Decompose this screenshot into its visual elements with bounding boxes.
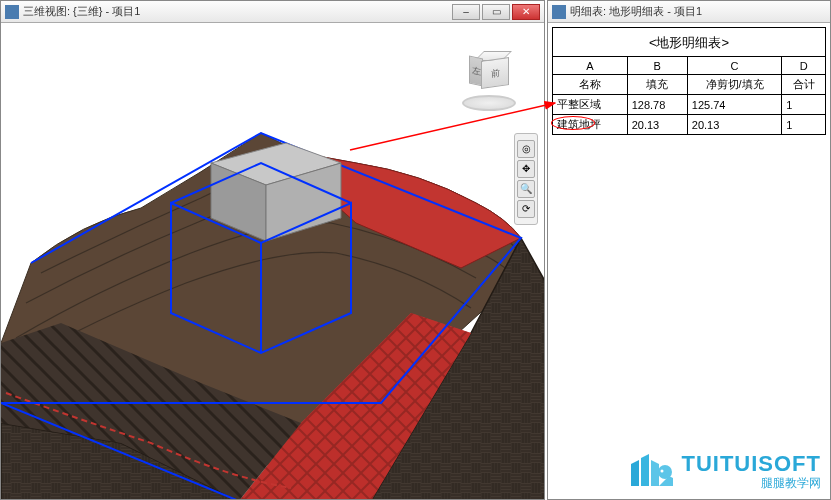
svg-point-8 (661, 470, 664, 473)
watermark-brand: TUITUISOFT (681, 451, 821, 477)
cell-name-highlighted: 建筑地坪 (553, 115, 628, 135)
cell-fill: 20.13 (627, 115, 687, 135)
schedule-table: A B C D 名称 填充 净剪切/填充 合计 平整区域 128.78 125.… (552, 56, 826, 135)
col-d: D (782, 57, 826, 75)
col-b: B (627, 57, 687, 75)
cell-name-text: 建筑地坪 (557, 118, 601, 130)
viewcube-front[interactable]: 前 (481, 57, 509, 89)
close-button[interactable]: ✕ (512, 4, 540, 20)
viewcube-compass[interactable] (462, 95, 516, 111)
table-row[interactable]: 建筑地坪 20.13 20.13 1 (553, 115, 826, 135)
app-icon (552, 5, 566, 19)
header-total: 合计 (782, 75, 826, 95)
cell-fill: 128.78 (627, 95, 687, 115)
3d-view-panel: 三维视图: {三维} - 项目1 – ▭ ✕ (0, 0, 545, 500)
cell-name: 平整区域 (553, 95, 628, 115)
table-row[interactable]: 平整区域 128.78 125.74 1 (553, 95, 826, 115)
pan-button[interactable]: ✥ (517, 160, 535, 178)
navigation-bar: ◎ ✥ 🔍 ⟳ (514, 133, 538, 225)
watermark: TUITUISOFT 腿腿教学网 (625, 450, 821, 492)
schedule-title: <地形明细表> (552, 27, 826, 56)
3d-viewport[interactable]: 左 前 ◎ ✥ 🔍 ⟳ (1, 23, 544, 499)
cell-total: 1 (782, 95, 826, 115)
3d-view-title: 三维视图: {三维} - 项目1 (23, 4, 140, 19)
watermark-logo-icon (625, 450, 675, 492)
viewcube[interactable]: 左 前 (454, 43, 524, 113)
col-c: C (687, 57, 782, 75)
cell-total: 1 (782, 115, 826, 135)
cell-netcut: 20.13 (687, 115, 782, 135)
schedule-panel: 明细表: 地形明细表 - 项目1 <地形明细表> A B C D 名称 填充 净… (547, 0, 831, 500)
header-name: 名称 (553, 75, 628, 95)
steering-wheel-button[interactable]: ◎ (517, 140, 535, 158)
maximize-button[interactable]: ▭ (482, 4, 510, 20)
header-netcut: 净剪切/填充 (687, 75, 782, 95)
cell-netcut: 125.74 (687, 95, 782, 115)
watermark-sub: 腿腿教学网 (681, 475, 821, 492)
app-icon (5, 5, 19, 19)
3d-view-titlebar: 三维视图: {三维} - 项目1 – ▭ ✕ (1, 1, 544, 23)
col-a: A (553, 57, 628, 75)
schedule-window-title: 明细表: 地形明细表 - 项目1 (570, 4, 702, 19)
zoom-button[interactable]: 🔍 (517, 180, 535, 198)
minimize-button[interactable]: – (452, 4, 480, 20)
schedule-table-wrap: <地形明细表> A B C D 名称 填充 净剪切/填充 合计 平整区域 128… (548, 23, 830, 139)
schedule-titlebar: 明细表: 地形明细表 - 项目1 (548, 1, 830, 23)
orbit-button[interactable]: ⟳ (517, 200, 535, 218)
header-fill: 填充 (627, 75, 687, 95)
